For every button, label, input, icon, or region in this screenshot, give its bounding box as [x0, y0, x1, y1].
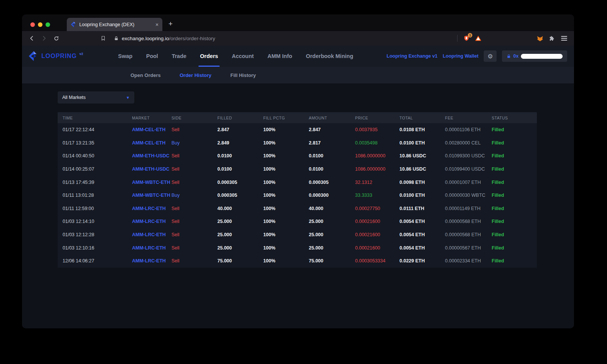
extensions-puzzle-icon[interactable] — [547, 33, 557, 44]
loopring-logo-icon — [27, 51, 39, 61]
wallet-address-button[interactable]: 0x — [502, 50, 567, 62]
logo-wordmark: LOOPRING — [41, 51, 77, 61]
side: Sell — [171, 245, 217, 251]
fee: 0.00280000 CEL — [445, 140, 492, 146]
fee: 0.00000567 ETH — [445, 245, 492, 251]
browser-tab[interactable]: Loopring Exchange (DEX) × — [67, 18, 162, 31]
subnav-item-order-history[interactable]: Order History — [179, 72, 211, 78]
tab-title: Loopring Exchange (DEX) — [79, 22, 153, 27]
menu-hamburger-icon[interactable] — [559, 33, 569, 44]
market-filter-dropdown[interactable]: All Markets ▼ — [58, 91, 134, 104]
nav-item-trade[interactable]: Trade — [172, 46, 187, 67]
price: 1086.0000000 — [355, 153, 399, 158]
nav-item-amm-info[interactable]: AMM Info — [267, 46, 292, 67]
table-row: 01/17 22:12:44AMM-CEL-ETHSell2.847100%2.… — [58, 123, 537, 136]
table-row: 01/17 13:21:35AMM-CEL-ETHBuy2.849100%2.8… — [58, 136, 537, 150]
time: 01/14 00:25:07 — [63, 166, 132, 172]
amount: 0.000300 — [309, 193, 355, 198]
total: 0.0100 ETH — [399, 140, 445, 146]
market-link[interactable]: AMM-ETH-USDC — [132, 166, 171, 172]
col-total: TOTAL — [399, 116, 445, 120]
fee: 0.00001106 ETH — [445, 127, 492, 132]
time: 01/03 12:14:10 — [63, 219, 132, 224]
metamask-icon[interactable] — [535, 33, 545, 44]
table-header-row: TIMEMARKETSIDEFILLEDFILL PCTGAMOUNTPRICE… — [58, 112, 537, 123]
settings-gear-button[interactable]: ⚙ — [484, 50, 497, 62]
minimize-window-button[interactable] — [38, 22, 42, 27]
nav-item-swap[interactable]: Swap — [118, 46, 132, 67]
bat-extension-icon[interactable] — [473, 33, 483, 44]
table-row: 01/11 13:01:28AMM-WBTC-ETHBuy0.000305100… — [58, 189, 537, 202]
status: Filled — [492, 193, 537, 198]
table-row: 12/06 14:06:27AMM-LRC-ETHSell75.000100%7… — [58, 254, 537, 268]
fill-pctg: 100% — [263, 245, 309, 251]
market-link[interactable]: AMM-ETH-USDC — [132, 153, 171, 158]
market-link[interactable]: AMM-CEL-ETH — [132, 140, 171, 146]
fill-pctg: 100% — [263, 166, 309, 172]
close-tab-icon[interactable]: × — [156, 22, 159, 28]
side: Buy — [171, 193, 217, 198]
nav-item-pool[interactable]: Pool — [146, 46, 158, 67]
status: Filled — [492, 153, 537, 158]
market-link[interactable]: AMM-CEL-ETH — [132, 127, 171, 132]
new-tab-button[interactable]: + — [168, 20, 173, 28]
back-button[interactable] — [27, 33, 37, 44]
nav-item-orders[interactable]: Orders — [200, 46, 218, 67]
price: 0.00021600 — [355, 232, 399, 237]
fee: 0.01099400 USDC — [445, 166, 492, 172]
nav-item-orderbook-mining[interactable]: Orderbook Mining — [306, 46, 353, 67]
address-bar[interactable]: exchange.loopring.io/orders/order-histor… — [110, 33, 453, 44]
table-row: 01/03 12:14:10AMM-LRC-ETHSell25.000100%2… — [58, 215, 537, 228]
loopring-logo[interactable]: LOOPRING v2 — [27, 51, 83, 61]
loopring-app: LOOPRING v2 SwapPoolTradeOrdersAccountAM… — [22, 46, 574, 328]
link-loopring-wallet[interactable]: Loopring Wallet — [443, 53, 478, 59]
page-content: All Markets ▼ TIMEMARKETSIDEFILLEDFILL P… — [22, 83, 574, 328]
price: 1086.0000000 — [355, 166, 399, 172]
amount: 25.000 — [309, 245, 355, 251]
market-link[interactable]: AMM-LRC-ETH — [132, 245, 171, 251]
total: 0.0108 ETH — [399, 127, 445, 132]
status: Filled — [492, 166, 537, 172]
filled: 0.000305 — [217, 180, 263, 185]
subnav-item-fill-history[interactable]: Fill History — [230, 72, 256, 78]
amount: 25.000 — [309, 232, 355, 237]
traffic-lights — [22, 22, 58, 31]
market-link[interactable]: AMM-WBTC-ETH — [132, 193, 171, 198]
market-link[interactable]: AMM-LRC-ETH — [132, 219, 171, 224]
brave-shield-icon[interactable]: 1 — [461, 33, 471, 43]
market-link[interactable]: AMM-WBTC-ETH — [132, 180, 171, 185]
total: 0.0054 ETH — [399, 245, 445, 251]
fee: 0.00000030 WBTC — [445, 193, 492, 198]
col-status: STATUS — [492, 116, 537, 120]
https-lock-icon — [114, 36, 119, 41]
bookmark-icon[interactable] — [98, 33, 109, 44]
link-loopring-exchange-v1[interactable]: Loopring Exchange v1 — [387, 53, 437, 59]
side: Sell — [171, 180, 217, 185]
shield-badge: 1 — [468, 33, 472, 38]
status: Filled — [492, 180, 537, 185]
close-window-button[interactable] — [30, 22, 35, 27]
nav-item-account[interactable]: Account — [232, 46, 254, 67]
browser-toolbar: exchange.loopring.io/orders/order-histor… — [22, 31, 574, 46]
url-path-text: /orders/order-history — [169, 36, 215, 41]
fee: 0.00001007 ETH — [445, 180, 492, 185]
reload-button[interactable] — [51, 33, 61, 44]
subnav-item-open-orders[interactable]: Open Orders — [131, 72, 160, 78]
market-link[interactable]: AMM-LRC-ETH — [132, 206, 171, 211]
side: Sell — [171, 232, 217, 237]
logo-version: v2 — [79, 52, 83, 56]
tab-strip: Loopring Exchange (DEX) × + — [22, 14, 574, 31]
order-history-table: TIMEMARKETSIDEFILLEDFILL PCTGAMOUNTPRICE… — [58, 112, 537, 268]
table-row: 01/13 17:45:39AMM-WBTC-ETHSell0.00030510… — [58, 176, 537, 189]
loopring-favicon — [71, 22, 76, 27]
fee: 0.00000568 ETH — [445, 219, 492, 224]
fill-pctg: 100% — [263, 127, 309, 132]
side: Sell — [171, 127, 217, 132]
filled: 25.000 — [217, 245, 263, 251]
time: 01/13 17:45:39 — [63, 180, 132, 185]
market-link[interactable]: AMM-LRC-ETH — [132, 232, 171, 237]
market-link[interactable]: AMM-LRC-ETH — [132, 258, 171, 264]
col-fill-pctg: FILL PCTG — [263, 116, 309, 120]
forward-button[interactable] — [39, 33, 49, 44]
zoom-window-button[interactable] — [46, 22, 50, 27]
